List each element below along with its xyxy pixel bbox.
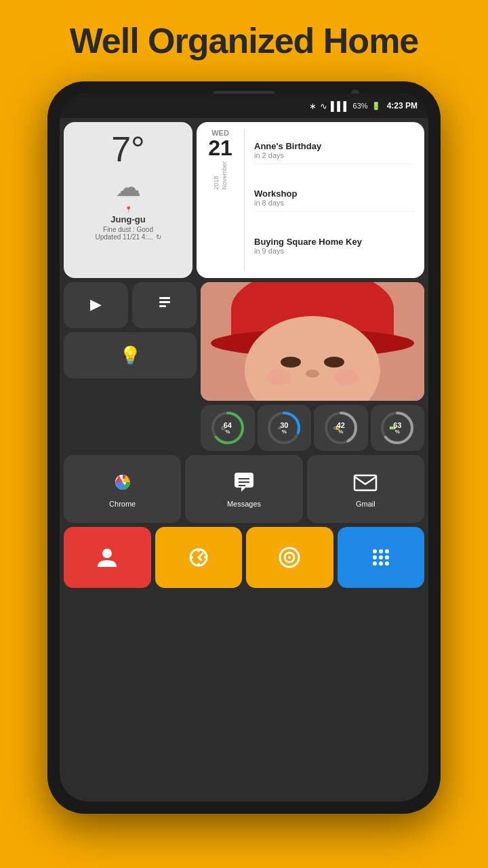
files-icon <box>157 294 173 315</box>
cal-event-3-days: in 9 days <box>254 247 415 255</box>
messages-label: Messages <box>227 500 261 508</box>
app-btn-row-1: ▶ <box>64 282 197 328</box>
progress-btn-2[interactable]: ≡ 30 % <box>258 405 312 451</box>
contacts-tile[interactable] <box>64 527 151 588</box>
gmail-button[interactable]: Gmail <box>307 455 424 523</box>
page-wrapper: Well Organized Home ∗ ∿ ▌▌▌ 63% 🔋 4:23 P… <box>0 0 488 814</box>
gmail-icon <box>353 470 378 496</box>
weather-location: Jung-gu <box>110 214 145 224</box>
bulb-button[interactable]: 💡 <box>64 332 197 378</box>
svg-rect-1 <box>159 301 170 303</box>
cal-event-2-title: Workshop <box>254 189 415 199</box>
gmail-label: Gmail <box>356 500 375 508</box>
cal-events: Anne's Birthday in 2 days Workshop in 8 … <box>254 129 415 271</box>
cal-divider <box>244 129 245 271</box>
child-photo <box>201 282 424 401</box>
messages-icon <box>232 470 256 496</box>
svg-point-39 <box>379 549 383 553</box>
svg-point-45 <box>379 561 383 566</box>
middle-row: ▶ <box>64 282 424 451</box>
cal-event-1-title: Anne's Birthday <box>254 141 415 151</box>
svg-point-38 <box>373 549 377 553</box>
bluetooth-icon: ∗ <box>309 101 317 111</box>
progress-btn-3[interactable]: 🔒 42 % <box>314 405 368 451</box>
svg-point-11 <box>266 369 291 385</box>
progress-2-label: 30 % <box>280 422 288 435</box>
svg-point-42 <box>379 555 383 559</box>
files-button[interactable] <box>132 282 197 328</box>
page-title: Well Organized Home <box>0 0 488 75</box>
svg-point-10 <box>306 370 319 378</box>
progress-btn-1[interactable]: ⚙ 64 % <box>201 405 255 451</box>
progress-4-label: 63 % <box>393 422 401 435</box>
progress-circle-1: ⚙ 64 % <box>210 410 245 446</box>
svg-point-40 <box>385 549 389 553</box>
left-col-apps: ▶ <box>64 282 197 451</box>
progress-circle-2: ≡ 30 % <box>266 410 302 446</box>
svg-point-33 <box>102 549 112 558</box>
svg-point-41 <box>373 555 377 559</box>
cal-year-month: 2018 November <box>213 161 228 190</box>
bulb-icon: 💡 <box>119 345 141 366</box>
svg-point-46 <box>385 561 389 566</box>
screen-scroll: 7° ☁ 📍 Jung-gu Fine dust : Good Updated … <box>60 118 428 802</box>
yellow-tile-2[interactable] <box>246 527 333 588</box>
weather-updated: Updated 11/21 4:... ↻ <box>95 233 161 241</box>
progress-1-label: 64 % <box>224 422 232 435</box>
yellow-tile-1[interactable] <box>155 527 243 588</box>
cal-event-1-days: in 2 days <box>254 151 415 159</box>
svg-rect-0 <box>159 297 170 299</box>
signal-icon: ▌▌▌ <box>331 101 350 111</box>
play-store-icon: ▶ <box>90 296 102 313</box>
svg-point-9 <box>324 357 344 368</box>
cal-event-3: Buying Square Home Key in 9 days <box>254 237 415 259</box>
phone-frame: ∗ ∿ ▌▌▌ 63% 🔋 4:23 PM <box>47 81 441 814</box>
weather-widget[interactable]: 7° ☁ 📍 Jung-gu Fine dust : Good Updated … <box>64 122 192 278</box>
cal-date-col: WED 21 2018 November <box>206 129 235 271</box>
time-text: 4:23 PM <box>387 101 418 111</box>
progress-circle-3: 🔒 42 % <box>323 410 359 446</box>
chrome-icon <box>110 470 135 496</box>
cal-day: 21 <box>208 137 232 159</box>
messages-button[interactable]: Messages <box>185 455 302 523</box>
cal-month: November <box>221 161 228 190</box>
cal-event-2: Workshop in 8 days <box>254 189 415 212</box>
progress-3-label: 42 % <box>337 422 345 435</box>
apps-tile[interactable] <box>338 527 425 588</box>
svg-rect-32 <box>354 475 376 490</box>
svg-point-44 <box>373 561 377 566</box>
progress-row: ⚙ 64 % <box>201 405 424 451</box>
svg-point-8 <box>281 357 301 368</box>
chrome-button[interactable]: Chrome <box>64 455 181 523</box>
wifi-icon: ∿ <box>320 101 327 111</box>
screen-content: 7° ☁ 📍 Jung-gu Fine dust : Good Updated … <box>60 118 428 592</box>
weather-pin-icon: 📍 <box>125 206 132 213</box>
color-tiles-row <box>64 527 424 588</box>
weather-cloud-icon: ☁ <box>115 172 141 202</box>
cal-event-3-title: Buying Square Home Key <box>254 237 415 247</box>
top-row: 7° ☁ 📍 Jung-gu Fine dust : Good Updated … <box>64 122 424 278</box>
right-col: ⚙ 64 % <box>201 282 424 451</box>
cal-event-2-days: in 8 days <box>254 199 415 207</box>
svg-point-37 <box>288 556 291 559</box>
refresh-icon[interactable]: ↻ <box>156 233 161 241</box>
cal-event-1: Anne's Birthday in 2 days <box>254 141 415 164</box>
phone-screen: ∗ ∿ ▌▌▌ 63% 🔋 4:23 PM <box>60 94 428 802</box>
phone-wrapper: ∗ ∿ ▌▌▌ 63% 🔋 4:23 PM <box>0 81 488 814</box>
play-store-button[interactable]: ▶ <box>64 282 128 328</box>
svg-point-43 <box>385 555 389 559</box>
chrome-label: Chrome <box>109 500 136 508</box>
battery-icon: 🔋 <box>371 102 381 111</box>
status-bar: ∗ ∿ ▌▌▌ 63% 🔋 4:23 PM <box>60 94 428 118</box>
calendar-widget[interactable]: WED 21 2018 November <box>197 122 424 278</box>
cal-year: 2018 <box>213 161 220 190</box>
svg-point-12 <box>334 369 359 385</box>
progress-circle-4: 🔋 63 % <box>380 410 415 446</box>
progress-btn-4[interactable]: 🔋 63 % <box>371 405 425 451</box>
weather-temp: 7° <box>111 132 145 167</box>
status-icons: ∗ ∿ ▌▌▌ 63% 🔋 4:23 PM <box>309 101 418 111</box>
bottom-apps-row: Chrome <box>64 455 424 523</box>
photo-widget[interactable] <box>201 282 424 401</box>
svg-rect-2 <box>159 305 166 307</box>
battery-text: 63% <box>353 102 368 110</box>
